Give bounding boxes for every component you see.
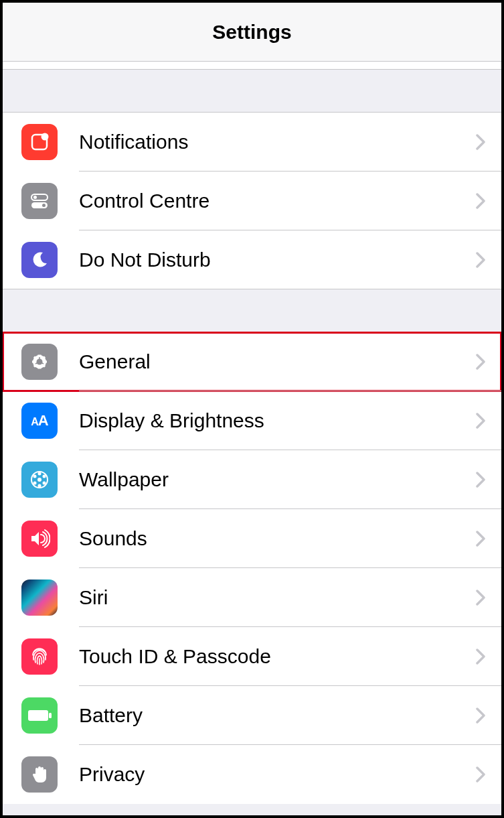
row-label: Display & Brightness <box>79 409 476 432</box>
row-display-brightness[interactable]: AA Display & Brightness <box>3 391 501 450</box>
row-label: Touch ID & Passcode <box>79 645 476 668</box>
page-title: Settings <box>212 21 291 44</box>
notifications-icon <box>21 124 58 160</box>
svg-point-3 <box>33 196 37 199</box>
svg-point-14 <box>43 482 46 485</box>
row-label: Wallpaper <box>79 468 476 491</box>
chevron-right-icon <box>476 766 485 782</box>
svg-point-12 <box>38 472 41 476</box>
row-wallpaper[interactable]: Wallpaper <box>3 450 501 509</box>
svg-point-13 <box>43 475 46 478</box>
battery-icon <box>21 697 58 734</box>
hand-icon <box>21 756 58 793</box>
svg-point-1 <box>41 133 49 141</box>
siri-icon <box>21 580 58 616</box>
row-privacy[interactable]: Privacy <box>3 745 501 804</box>
svg-rect-19 <box>28 710 48 721</box>
row-label: Sounds <box>79 527 476 550</box>
row-do-not-disturb[interactable]: Do Not Disturb <box>3 230 501 289</box>
chevron-right-icon <box>476 531 485 547</box>
moon-icon <box>21 242 58 278</box>
chevron-right-icon <box>476 707 485 724</box>
row-control-centre[interactable]: Control Centre <box>3 172 501 230</box>
chevron-right-icon <box>476 413 485 429</box>
chevron-right-icon <box>476 649 485 665</box>
svg-point-18 <box>37 478 41 482</box>
row-label: Do Not Disturb <box>79 249 476 271</box>
svg-point-15 <box>38 484 41 488</box>
svg-point-16 <box>33 482 37 485</box>
row-label: Privacy <box>79 763 476 786</box>
control-centre-icon <box>21 183 58 219</box>
svg-point-17 <box>33 475 37 478</box>
wallpaper-icon <box>21 462 58 498</box>
svg-rect-20 <box>49 713 52 718</box>
row-label: Battery <box>79 704 476 727</box>
chevron-right-icon <box>476 252 485 268</box>
group-spacer <box>3 289 501 332</box>
speaker-icon <box>21 521 58 557</box>
chevron-right-icon <box>476 354 485 370</box>
row-sounds[interactable]: Sounds <box>3 509 501 568</box>
row-touch-id-passcode[interactable]: Touch ID & Passcode <box>3 627 501 686</box>
row-label: Siri <box>79 586 476 609</box>
chevron-right-icon <box>476 472 485 488</box>
thin-strip <box>3 62 501 70</box>
text-size-icon: AA <box>21 403 58 439</box>
group-spacer <box>3 70 501 113</box>
header: Settings <box>3 3 501 62</box>
chevron-right-icon <box>476 590 485 606</box>
row-notifications[interactable]: Notifications <box>3 113 501 172</box>
row-battery[interactable]: Battery <box>3 686 501 745</box>
separator <box>79 391 501 391</box>
row-siri[interactable]: Siri <box>3 568 501 627</box>
gear-icon <box>21 344 58 380</box>
row-label: General <box>79 350 476 373</box>
fingerprint-icon <box>21 638 58 675</box>
chevron-right-icon <box>476 134 485 150</box>
row-label: Notifications <box>79 131 476 153</box>
row-label: Control Centre <box>79 190 476 212</box>
svg-point-5 <box>42 204 46 207</box>
chevron-right-icon <box>476 193 485 209</box>
row-general[interactable]: General <box>3 332 501 391</box>
